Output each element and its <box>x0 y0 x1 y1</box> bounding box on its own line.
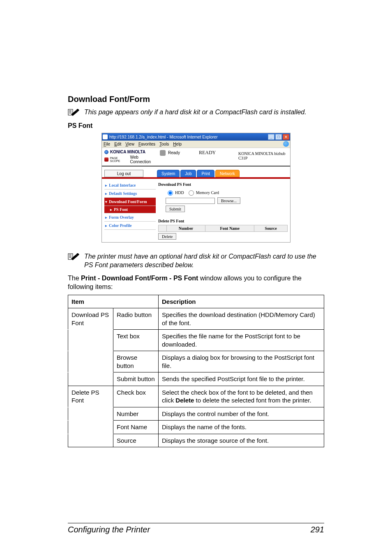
note-icon <box>68 252 83 262</box>
screenshot-window: http://192.168.1.2/a_index.html - Micros… <box>101 133 291 243</box>
pagescope-icon <box>104 157 108 162</box>
cell-download-ps-font: Download PS Font <box>68 308 113 330</box>
main-pane: Download PS Font HDD Memory Card Browse.… <box>158 181 288 240</box>
tab-system[interactable]: System <box>157 170 180 177</box>
delete-ps-font-title: Delete PS Font <box>158 219 288 223</box>
sidebar-item-download-font-form[interactable]: Download Font/Form <box>104 198 156 206</box>
cell-text-box: Text box <box>113 330 159 351</box>
cell-blank <box>68 434 113 447</box>
cell-delete-ps-font: Delete PS Font <box>68 386 113 407</box>
cell-source: Source <box>113 434 159 447</box>
cell-radio-desc: Specifies the download destination (HDD/… <box>159 308 324 330</box>
cell-blank <box>68 372 113 386</box>
cell-blank <box>68 421 113 434</box>
hdd-label: HDD <box>175 190 184 195</box>
tab-network[interactable]: Network <box>215 170 240 177</box>
ready-small: Ready <box>168 150 180 155</box>
memcard-radio-input[interactable] <box>189 190 194 196</box>
ready-big: READY <box>199 150 216 156</box>
hdd-radio[interactable]: HDD <box>166 189 184 196</box>
menu-file[interactable]: File <box>104 142 110 146</box>
menu-view[interactable]: View <box>125 142 134 146</box>
intro-pre: The <box>68 275 81 282</box>
cbd-c: to delete the selected font from the pri… <box>194 397 311 404</box>
sidebar-item-color-profile[interactable]: Color Profile <box>104 222 156 230</box>
note-text-1: This page appears only if a hard disk ki… <box>83 108 307 117</box>
delete-button[interactable]: Delete <box>158 233 176 240</box>
printer-status-icon <box>160 150 166 156</box>
note-text-2: The printer must have an optional hard d… <box>83 252 324 270</box>
window-title: http://192.168.1.2/a_index.html - Micros… <box>109 135 268 139</box>
memcard-radio[interactable]: Memory Card <box>187 189 219 196</box>
sidebar-label: Local Interface <box>109 183 136 187</box>
page-footer: Configuring the Printer 291 <box>68 523 324 534</box>
page-number: 291 <box>311 525 324 534</box>
maximize-button[interactable]: □ <box>275 134 282 140</box>
memcard-label: Memory Card <box>196 190 219 195</box>
sidebar: Local Interface Default Settings Downloa… <box>104 181 156 240</box>
sidebar-label: Download Font/Form <box>109 199 147 204</box>
menu-help[interactable]: Help <box>173 142 182 146</box>
cell-check-box-desc: Select the check box of the font to be d… <box>159 386 324 407</box>
col-source: Source <box>254 225 288 232</box>
menu-tools[interactable]: Tools <box>159 142 169 146</box>
close-button[interactable]: × <box>283 134 289 140</box>
brand-name: KONICA MINOLTA <box>110 150 145 154</box>
th-description: Description <box>159 295 324 308</box>
minimize-button[interactable]: _ <box>268 134 274 140</box>
hdd-radio-input[interactable] <box>168 190 173 196</box>
file-path-input[interactable] <box>166 198 215 204</box>
pagescope-label: PAGE SCOPE <box>110 157 129 162</box>
delete-table: Number Font Name Source <box>158 225 288 232</box>
cbd-b: Delete <box>175 397 194 404</box>
cell-number-desc: Displays the control number of the font. <box>159 407 324 421</box>
cell-submit-desc: Sends the specified PostScript font file… <box>159 372 324 386</box>
menu-edit[interactable]: Edit <box>114 142 121 146</box>
menu-favorites[interactable]: Favorites <box>138 142 155 146</box>
note-icon <box>68 108 83 118</box>
brand-logo-icon <box>104 150 108 154</box>
section-title: Download Font/Form <box>68 95 324 104</box>
col-number: Number <box>167 225 205 232</box>
download-ps-font-title: Download PS Font <box>158 182 288 187</box>
cell-submit-button: Submit button <box>113 372 159 386</box>
sidebar-label: Form Overlay <box>109 215 134 220</box>
cell-blank <box>68 407 113 421</box>
sidebar-label: Default Settings <box>109 191 137 196</box>
cell-blank <box>68 351 113 372</box>
sidebar-item-default-settings[interactable]: Default Settings <box>104 190 156 198</box>
ie-logo-icon <box>283 141 289 147</box>
cell-font-name-desc: Displays the name of the fonts. <box>159 421 324 434</box>
page-header: KONICA MINOLTA PAGE SCOPE Web Connection… <box>102 148 290 166</box>
cell-browse-desc: Displays a dialog box for browsing to th… <box>159 351 324 372</box>
cell-text-box-desc: Specifies the file name for the PostScri… <box>159 330 324 351</box>
tab-job[interactable]: Job <box>180 170 196 177</box>
cell-source-desc: Displays the storage source of the font. <box>159 434 324 447</box>
sidebar-label: PS Font <box>114 207 128 212</box>
sidebar-item-local-interface[interactable]: Local Interface <box>104 181 156 190</box>
sidebar-item-ps-font[interactable]: PS Font <box>104 206 156 213</box>
model-line-1: KONICA MINOLTA bizhub <box>238 151 288 156</box>
cell-browse-button: Browse button <box>113 351 159 372</box>
intro-paragraph: The Print - Download Font/Form - PS Font… <box>68 274 324 291</box>
sidebar-label: Color Profile <box>109 223 131 228</box>
footer-title: Configuring the Printer <box>68 525 150 534</box>
cell-number: Number <box>113 407 159 421</box>
col-font-name: Font Name <box>205 225 254 232</box>
browse-button[interactable]: Browse... <box>217 197 240 204</box>
logout-button[interactable]: Log out <box>104 170 143 177</box>
col-checkbox <box>159 225 167 232</box>
cell-check-box: Check box <box>113 386 159 407</box>
cell-font-name: Font Name <box>113 421 159 434</box>
ie-favicon <box>103 134 108 139</box>
web-connection-label: Web Connection <box>130 155 160 164</box>
th-item: Item <box>68 295 159 308</box>
sidebar-item-form-overlay[interactable]: Form Overlay <box>104 213 156 222</box>
intro-bold: Print - Download Font/Form - PS Font <box>81 275 198 282</box>
sub-heading: PS Font <box>68 122 324 130</box>
submit-button[interactable]: Submit <box>166 206 185 212</box>
description-table: Item Description Download PS Font Radio … <box>68 295 324 448</box>
cell-radio-button: Radio button <box>113 308 159 330</box>
cell-blank <box>68 330 113 351</box>
tab-print[interactable]: Print <box>197 170 214 177</box>
